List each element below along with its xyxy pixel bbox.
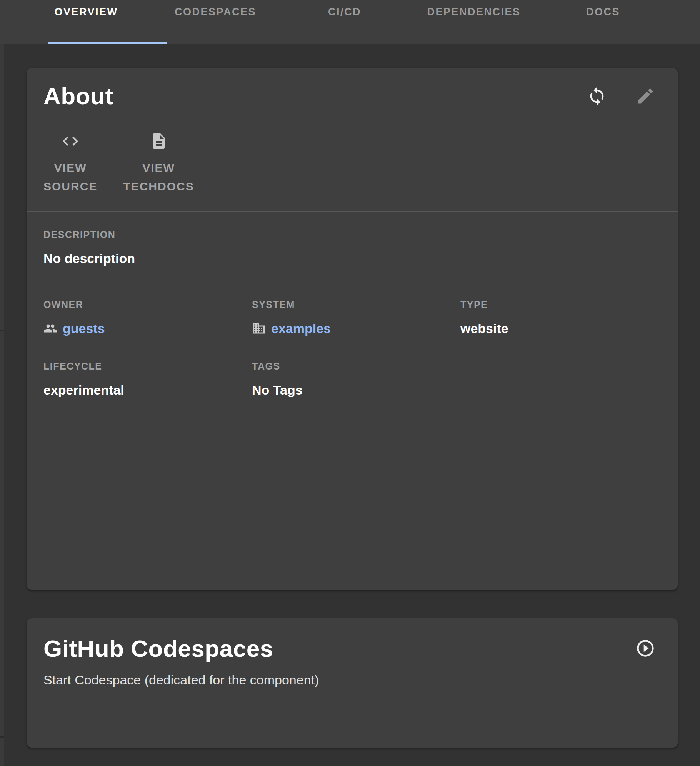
edit-button[interactable] bbox=[635, 86, 656, 107]
type-label: TYPE bbox=[460, 299, 661, 310]
view-techdocs-label: VIEW TECHDOCS bbox=[123, 159, 194, 196]
lifecycle-label: LIFECYCLE bbox=[43, 360, 244, 372]
tags-value: No Tags bbox=[252, 382, 453, 398]
system-field: SYSTEM examples bbox=[252, 299, 453, 339]
tab-dependencies-label: DEPENDENCIES bbox=[427, 6, 520, 18]
tab-overview[interactable]: OVERVIEW bbox=[22, 0, 151, 44]
owner-entity-link[interactable]: guests bbox=[43, 320, 105, 336]
view-source-link[interactable]: VIEW SOURCE bbox=[43, 132, 97, 196]
description-value: No description bbox=[43, 250, 661, 266]
refresh-button[interactable] bbox=[586, 86, 608, 107]
tags-label: TAGS bbox=[252, 360, 453, 372]
about-card-actions bbox=[586, 86, 656, 107]
building-icon bbox=[252, 321, 266, 335]
sync-icon bbox=[587, 86, 607, 107]
lifecycle-field: LIFECYCLE experimental bbox=[43, 360, 244, 398]
lifecycle-value: experimental bbox=[43, 382, 244, 398]
codespaces-card-title: GitHub Codespaces bbox=[43, 634, 273, 663]
system-entity-link[interactable]: examples bbox=[252, 320, 331, 336]
active-tab-indicator bbox=[48, 42, 167, 44]
rail-notch bbox=[0, 736, 4, 738]
tab-overview-label: OVERVIEW bbox=[54, 6, 118, 18]
rail-notch bbox=[0, 330, 4, 331]
play-circle-icon bbox=[635, 638, 655, 659]
about-card: About VIEW SOURCE VIEW T bbox=[27, 68, 678, 590]
people-icon bbox=[43, 321, 57, 335]
entity-tab-bar: OVERVIEW CODESPACES CI/CD DEPENDENCIES D… bbox=[0, 0, 700, 44]
codespaces-card-header: GitHub Codespaces bbox=[27, 618, 678, 663]
type-field: TYPE website bbox=[460, 299, 661, 339]
grid-spacer bbox=[460, 360, 661, 398]
tab-codespaces[interactable]: CODESPACES bbox=[151, 0, 280, 44]
about-card-links: VIEW SOURCE VIEW TECHDOCS bbox=[27, 132, 678, 196]
view-source-label: VIEW SOURCE bbox=[43, 159, 97, 196]
tab-dependencies[interactable]: DEPENDENCIES bbox=[409, 0, 538, 44]
start-codespace-button[interactable] bbox=[635, 638, 656, 659]
system-label: SYSTEM bbox=[252, 299, 453, 310]
owner-label: OWNER bbox=[43, 299, 244, 310]
tab-list: OVERVIEW CODESPACES CI/CD DEPENDENCIES D… bbox=[22, 0, 700, 44]
description-label: DESCRIPTION bbox=[43, 229, 661, 240]
type-value: website bbox=[460, 320, 661, 336]
description-field: DESCRIPTION No description bbox=[43, 229, 661, 266]
github-codespaces-card: GitHub Codespaces Start Codespace (dedic… bbox=[27, 618, 678, 748]
system-link-text: examples bbox=[271, 320, 331, 336]
tab-docs[interactable]: DOCS bbox=[538, 0, 668, 44]
code-icon bbox=[61, 132, 80, 150]
about-card-header: About bbox=[27, 68, 678, 110]
owner-field: OWNER guests bbox=[43, 299, 244, 339]
about-card-content: DESCRIPTION No description OWNER guests … bbox=[27, 212, 678, 398]
about-card-title: About bbox=[43, 82, 113, 110]
tab-docs-label: DOCS bbox=[586, 6, 620, 18]
tab-ci-cd-label: CI/CD bbox=[328, 6, 361, 18]
codespaces-card-subtitle: Start Codespace (dedicated for the compo… bbox=[43, 671, 661, 688]
docs-icon bbox=[150, 132, 168, 150]
tab-ci-cd[interactable]: CI/CD bbox=[280, 0, 409, 44]
tags-field: TAGS No Tags bbox=[252, 360, 453, 398]
edit-pencil-icon bbox=[635, 86, 655, 107]
tab-codespaces-label: CODESPACES bbox=[175, 6, 256, 18]
about-fields-grid: OWNER guests SYSTEM bbox=[43, 299, 661, 398]
owner-link-text: guests bbox=[63, 320, 105, 336]
left-scroll-rail bbox=[0, 44, 4, 766]
view-techdocs-link[interactable]: VIEW TECHDOCS bbox=[123, 132, 194, 196]
